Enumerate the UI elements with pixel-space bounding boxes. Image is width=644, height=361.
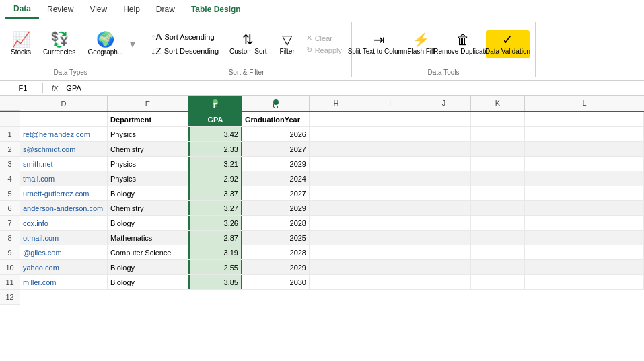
cell-grad-year[interactable]: 2024 bbox=[242, 171, 310, 186]
cell-email[interactable]: otmail.com bbox=[20, 231, 108, 245]
cell-j bbox=[417, 231, 471, 245]
formula-divider bbox=[46, 82, 46, 94]
col-header-e[interactable]: E bbox=[108, 96, 188, 111]
sort-desc-label: Sort Descending bbox=[164, 47, 219, 55]
cell-email[interactable]: ret@hernandez.com bbox=[20, 127, 108, 141]
cell-dept[interactable]: Physics bbox=[108, 171, 188, 186]
cell-dept[interactable]: Chemistry bbox=[108, 142, 188, 156]
col-header-i[interactable]: I bbox=[363, 96, 417, 111]
col-header-l[interactable]: L bbox=[525, 96, 644, 111]
cell-email[interactable]: miller.com bbox=[20, 275, 108, 289]
cell-grad-year[interactable]: 2029 bbox=[242, 157, 310, 171]
cell-grad-year[interactable]: 2029 bbox=[242, 260, 310, 274]
custom-sort-icon: ⇅ bbox=[242, 33, 254, 46]
cell-gpa[interactable]: 3.19 bbox=[188, 245, 242, 259]
cell-dept[interactable]: Biology bbox=[108, 275, 188, 289]
col-header-f[interactable]: F bbox=[188, 96, 242, 111]
filter-label: Filter bbox=[280, 48, 295, 56]
tab-draw[interactable]: Draw bbox=[148, 1, 183, 18]
geography-icon: 🌍 bbox=[96, 32, 114, 47]
sort-descending-button[interactable]: ↓Z Sort Descending bbox=[147, 44, 223, 58]
cell-grad-year[interactable]: 2028 bbox=[242, 216, 310, 230]
data-types-expand[interactable]: ▾ bbox=[130, 22, 135, 66]
cell-dept[interactable]: Biology bbox=[108, 260, 188, 274]
cell-email[interactable]: yahoo.com bbox=[20, 260, 108, 274]
cell-gpa[interactable]: 3.21 bbox=[188, 157, 242, 171]
header-f[interactable]: GPA bbox=[188, 112, 242, 126]
column-headers: D E F G H I J K L bbox=[0, 96, 644, 112]
currencies-button[interactable]: 💱 Currencies bbox=[38, 22, 81, 66]
cell-grad-year[interactable]: 2027 bbox=[242, 186, 310, 200]
sort-buttons-col: ↑A Sort Ascending ↓Z Sort Descending bbox=[147, 22, 223, 66]
header-d[interactable] bbox=[20, 112, 108, 126]
geography-button[interactable]: 🌍 Geograph... bbox=[82, 22, 129, 66]
cell-grad-year[interactable]: 2025 bbox=[242, 231, 310, 245]
reapply-button[interactable]: ↻ Reapply bbox=[302, 44, 346, 56]
cell-gpa[interactable]: 2.55 bbox=[188, 260, 242, 274]
cell-dept[interactable]: Chemistry bbox=[108, 201, 188, 215]
cell-email[interactable]: smith.net bbox=[20, 157, 108, 171]
custom-sort-label: Custom Sort bbox=[229, 48, 267, 56]
cell-i bbox=[363, 245, 417, 259]
cell-k bbox=[471, 231, 525, 245]
col-header-g[interactable]: G bbox=[242, 96, 310, 111]
cell-dept[interactable]: Biology bbox=[108, 186, 188, 200]
cell-email[interactable]: s@schmidt.com bbox=[20, 142, 108, 156]
split-text-icon: ⇥ bbox=[373, 33, 385, 46]
cell-dept[interactable]: Physics bbox=[108, 157, 188, 171]
cell-gpa[interactable]: 3.85 bbox=[188, 275, 242, 289]
tab-data[interactable]: Data bbox=[5, 0, 39, 19]
stocks-button[interactable]: 📈 Stocks bbox=[5, 22, 36, 66]
cell-gpa[interactable]: 2.92 bbox=[188, 171, 242, 186]
cell-dept[interactable]: Mathematics bbox=[108, 231, 188, 245]
cell-email[interactable]: cox.info bbox=[20, 216, 108, 230]
custom-sort-button[interactable]: ⇅ Custom Sort bbox=[224, 22, 273, 66]
cell-gpa[interactable]: 3.27 bbox=[188, 201, 242, 215]
row-num-2: 2 bbox=[0, 142, 20, 157]
cell-grad-year[interactable]: 2027 bbox=[242, 142, 310, 156]
cell-gpa[interactable]: 2.87 bbox=[188, 231, 242, 245]
cell-dept[interactable]: Computer Science bbox=[108, 245, 188, 259]
tab-view[interactable]: View bbox=[81, 1, 115, 18]
col-header-d[interactable]: D bbox=[20, 96, 108, 111]
tab-help[interactable]: Help bbox=[115, 1, 148, 18]
cell-j bbox=[417, 245, 471, 259]
header-h bbox=[310, 112, 363, 126]
split-text-button[interactable]: ⇥ Split Text to Columns bbox=[357, 30, 401, 58]
cell-gpa[interactable]: 3.26 bbox=[188, 216, 242, 230]
filter-button[interactable]: ▽ Filter bbox=[274, 22, 301, 66]
spreadsheet-body: 1 2 3 4 5 6 7 8 9 10 11 12 Department GP… bbox=[0, 112, 644, 305]
col-header-j[interactable]: J bbox=[417, 96, 471, 111]
cell-gpa[interactable]: 3.42 bbox=[188, 127, 242, 141]
formula-input[interactable] bbox=[63, 83, 641, 93]
cell-l bbox=[525, 275, 644, 289]
cell-grad-year[interactable]: 2028 bbox=[242, 245, 310, 259]
col-g-label: G bbox=[273, 102, 279, 110]
col-header-h[interactable]: H bbox=[310, 96, 363, 111]
cell-email[interactable]: anderson-anderson.com bbox=[20, 201, 108, 215]
cell-gpa[interactable]: 2.33 bbox=[188, 142, 242, 156]
cell-dept[interactable]: Biology bbox=[108, 216, 188, 230]
clear-reapply-col: ✕ Clear ↻ Reapply bbox=[302, 22, 346, 66]
header-g[interactable]: GraduationYear bbox=[242, 112, 310, 126]
clear-button[interactable]: ✕ Clear bbox=[302, 32, 346, 44]
tab-review[interactable]: Review bbox=[39, 1, 81, 18]
header-row: Department GPA GraduationYear bbox=[20, 112, 644, 127]
cell-grad-year[interactable]: 2026 bbox=[242, 127, 310, 141]
cell-email[interactable]: tmail.com bbox=[20, 171, 108, 186]
cell-grad-year[interactable]: 2030 bbox=[242, 275, 310, 289]
header-e[interactable]: Department bbox=[108, 112, 188, 126]
remove-dupes-button[interactable]: 🗑 Remove Duplicates bbox=[441, 30, 485, 58]
col-header-k[interactable]: K bbox=[471, 96, 525, 111]
cell-email[interactable]: urnett-gutierrez.com bbox=[20, 186, 108, 200]
cell-grad-year[interactable]: 2029 bbox=[242, 201, 310, 215]
sort-ascending-button[interactable]: ↑A Sort Ascending bbox=[147, 30, 223, 44]
data-validation-button[interactable]: ✓ Data Validation bbox=[486, 30, 530, 58]
name-box[interactable] bbox=[3, 83, 43, 93]
cell-h bbox=[310, 171, 363, 186]
cell-gpa[interactable]: 3.37 bbox=[188, 186, 242, 200]
cell-i bbox=[363, 142, 417, 156]
cell-email[interactable]: @giles.com bbox=[20, 245, 108, 259]
tab-table-design[interactable]: Table Design bbox=[183, 1, 249, 18]
cell-dept[interactable]: Physics bbox=[108, 127, 188, 141]
